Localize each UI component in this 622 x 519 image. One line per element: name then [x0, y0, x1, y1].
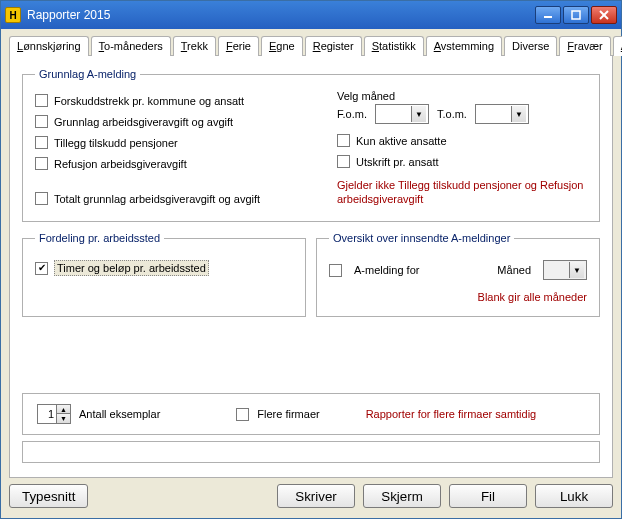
fom-dropdown[interactable]: ▼ [375, 104, 429, 124]
chk-grunnlag-avgift-label[interactable]: Grunnlag arbeidsgiveravgift og avgift [54, 116, 233, 128]
chk-forskuddstrekk-label[interactable]: Forskuddstrekk pr. kommune og ansatt [54, 95, 244, 107]
tab-lønnskjøring[interactable]: Lønnskjøring [9, 36, 89, 56]
tab-content-a-melding: Grunnlag A-melding Forskuddstrekk pr. ko… [9, 55, 613, 478]
chk-utskrift-ansatt[interactable] [337, 155, 350, 168]
fom-label: F.o.m. [337, 108, 367, 120]
tom-dropdown[interactable]: ▼ [475, 104, 529, 124]
status-bar [22, 441, 600, 463]
chk-timer-belop[interactable] [35, 262, 48, 275]
tab-register[interactable]: Register [305, 36, 362, 56]
chk-kun-aktive[interactable] [337, 134, 350, 147]
tom-label: T.o.m. [437, 108, 467, 120]
typesnitt-button[interactable]: Typesnitt [9, 484, 88, 508]
maximize-icon [571, 10, 581, 20]
copies-spinner[interactable]: ▲ ▼ [37, 404, 71, 424]
chk-utskrift-ansatt-label[interactable]: Utskrift pr. ansatt [356, 156, 439, 168]
chk-amelding-for[interactable] [329, 264, 342, 277]
tab-avstemming[interactable]: Avstemming [426, 36, 502, 56]
spinner-up-icon[interactable]: ▲ [57, 405, 70, 414]
window-title: Rapporter 2015 [27, 8, 110, 22]
chk-refusjon[interactable] [35, 157, 48, 170]
chk-forskuddstrekk[interactable] [35, 94, 48, 107]
copies-bar: ▲ ▼ Antall eksemplar Flere firmaer Rappo… [22, 393, 600, 435]
group-grunnlag-legend: Grunnlag A-melding [35, 68, 140, 80]
chk-amelding-for-label[interactable]: A-melding for [354, 264, 419, 276]
chk-totalt-grunnlag-label[interactable]: Totalt grunnlag arbeidsgiveravgift og av… [54, 193, 260, 205]
tab-statistikk[interactable]: Statistikk [364, 36, 424, 56]
tab-fravær[interactable]: Fravær [559, 36, 610, 56]
minimize-button[interactable] [535, 6, 561, 24]
tabs: LønnskjøringTo-månedersTrekkFerieEgneReg… [1, 29, 621, 55]
velg-maned-label: Velg måned [337, 90, 587, 102]
fil-button[interactable]: Fil [449, 484, 527, 508]
tab-egne[interactable]: Egne [261, 36, 303, 56]
grunnlag-note: Gjelder ikke Tillegg tilskudd pensjoner … [337, 178, 587, 207]
chk-kun-aktive-label[interactable]: Kun aktive ansatte [356, 135, 447, 147]
skjerm-button[interactable]: Skjerm [363, 484, 441, 508]
chk-grunnlag-avgift[interactable] [35, 115, 48, 128]
group-grunnlag: Grunnlag A-melding Forskuddstrekk pr. ko… [22, 68, 600, 222]
chk-tillegg-pensjoner[interactable] [35, 136, 48, 149]
maximize-button[interactable] [563, 6, 589, 24]
group-fordeling-legend: Fordeling pr. arbeidssted [35, 232, 164, 244]
copies-label: Antall eksemplar [79, 408, 160, 420]
oversikt-note: Blank gir alle måneder [329, 290, 587, 304]
close-button[interactable] [591, 6, 617, 24]
group-fordeling: Fordeling pr. arbeidssted Timer og beløp… [22, 232, 306, 317]
spinner-down-icon[interactable]: ▼ [57, 414, 70, 423]
chk-flere-firmaer-label[interactable]: Flere firmaer [257, 408, 319, 420]
group-oversikt: Oversikt over innsendte A-meldinger A-me… [316, 232, 600, 317]
tab-diverse[interactable]: Diverse [504, 36, 557, 56]
tab-a-melding[interactable]: A-melding [613, 36, 622, 56]
chevron-down-icon: ▼ [511, 106, 526, 122]
tab-trekk[interactable]: Trekk [173, 36, 216, 56]
chk-flere-firmaer[interactable] [236, 408, 249, 421]
lukk-button[interactable]: Lukk [535, 484, 613, 508]
skriver-button[interactable]: Skriver [277, 484, 355, 508]
minimize-icon [543, 10, 553, 20]
close-icon [599, 10, 609, 20]
tab-ferie[interactable]: Ferie [218, 36, 259, 56]
window-controls [535, 6, 617, 24]
svg-rect-1 [572, 11, 580, 19]
app-icon: H [5, 7, 21, 23]
copies-note: Rapporter for flere firmaer samtidig [366, 407, 537, 421]
maned-label: Måned [497, 264, 531, 276]
maned-dropdown[interactable]: ▼ [543, 260, 587, 280]
chevron-down-icon: ▼ [569, 262, 584, 278]
chk-timer-belop-label[interactable]: Timer og beløp pr. arbeidssted [54, 260, 209, 276]
tab-to-måneders[interactable]: To-måneders [91, 36, 171, 56]
chk-tillegg-pensjoner-label[interactable]: Tillegg tilskudd pensjoner [54, 137, 178, 149]
footer-buttons: Typesnitt Skriver Skjerm Fil Lukk [1, 484, 621, 518]
chk-refusjon-label[interactable]: Refusjon arbeidsgiveravgift [54, 158, 187, 170]
chevron-down-icon: ▼ [411, 106, 426, 122]
chk-totalt-grunnlag[interactable] [35, 192, 48, 205]
group-oversikt-legend: Oversikt over innsendte A-meldinger [329, 232, 514, 244]
titlebar: H Rapporter 2015 [1, 1, 621, 29]
copies-input[interactable] [38, 405, 56, 423]
app-window: H Rapporter 2015 LønnskjøringTo-måneders… [0, 0, 622, 519]
